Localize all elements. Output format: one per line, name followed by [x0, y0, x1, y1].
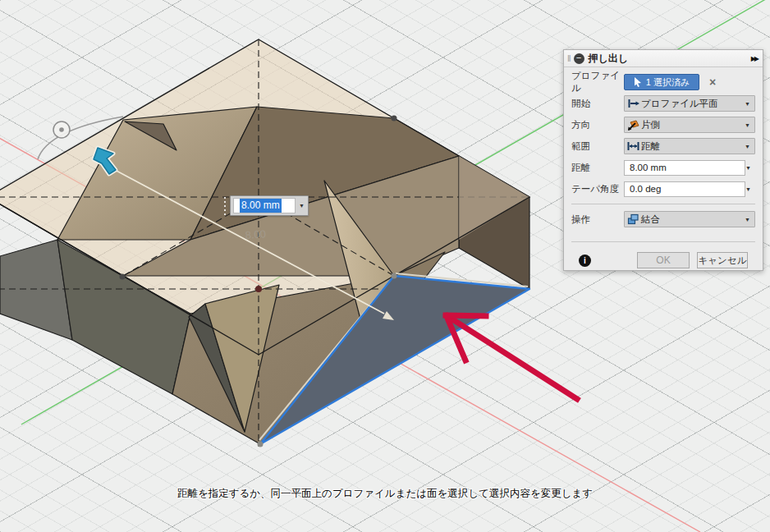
cancel-button[interactable]: キャンセル [697, 252, 748, 268]
row-start: 開始 プロファイル平面 ▼ [571, 93, 755, 114]
start-dropdown[interactable]: プロファイル平面 ▼ [624, 95, 755, 112]
chevron-down-icon: ▼ [745, 217, 750, 222]
row-taper-angle: テーパ角度 0.0 deg ▼ [571, 178, 755, 200]
row-operation: 操作 結合 ▼ [571, 209, 755, 230]
row-extent: 範囲 距離 ▼ [571, 135, 755, 157]
separator [571, 241, 755, 242]
profile-selection-count: 1 選択済み [646, 76, 690, 89]
chevron-down-icon: ▼ [745, 144, 750, 149]
input-notch [234, 199, 240, 213]
taper-dropdown-arrow-icon[interactable]: ▼ [745, 186, 751, 192]
drag-grip-icon[interactable]: ‖ [567, 53, 571, 63]
rotate-handle-dot [59, 127, 64, 132]
dimension-input[interactable]: 8.00 mm [233, 198, 296, 213]
cursor-icon [634, 77, 643, 87]
expand-chevrons-icon[interactable]: ▶▶ [751, 55, 758, 62]
annotation-arrow [446, 315, 577, 399]
dimension-value-selected[interactable]: 8.00 mm [240, 199, 282, 213]
join-icon [625, 213, 641, 225]
dimension-label: 8.00 [245, 227, 266, 241]
chevron-down-icon: ▼ [745, 122, 750, 128]
field-label: 方向 [571, 119, 624, 131]
operation-dropdown[interactable]: 結合 ▼ [624, 211, 755, 227]
chevron-down-icon: ▼ [745, 101, 750, 107]
row-profile: プロファイル 1 選択済み × [571, 71, 755, 93]
taper-angle-input[interactable]: 0.0 deg [624, 181, 745, 197]
info-icon[interactable]: i [579, 255, 591, 267]
field-label: 距離 [571, 162, 624, 174]
profile-selection-chip[interactable]: 1 選択済み [624, 74, 699, 90]
distance-icon [625, 141, 641, 151]
clear-selection-icon[interactable]: × [709, 76, 716, 88]
field-label: テーパ角度 [571, 183, 624, 195]
field-label: プロファイル [571, 70, 624, 94]
direction-dropdown[interactable]: 片側 ▼ [624, 117, 755, 133]
direction-value: 片側 [641, 119, 660, 131]
separator [571, 204, 755, 204]
dialog-footer: i OK キャンセル [571, 246, 755, 274]
dialog-title: 押し出し [589, 52, 629, 66]
field-label: 開始 [571, 98, 624, 110]
row-direction: 方向 片側 ▼ [571, 114, 755, 135]
ok-button[interactable]: OK [637, 252, 690, 268]
start-value: プロファイル平面 [641, 98, 718, 110]
distance-input[interactable]: 8.00 mm [624, 160, 745, 176]
dimension-dropdown-arrow-icon[interactable]: ▼ [296, 203, 308, 209]
field-label: 範囲 [571, 140, 624, 153]
collapse-icon[interactable]: − [574, 53, 584, 64]
input-caret-area [282, 199, 295, 213]
operation-value: 結合 [641, 213, 660, 226]
dimension-input-box[interactable]: 8.00 mm ▼ [230, 195, 309, 216]
extrude-dialog: ‖ − 押し出し ▶▶ プロファイル 1 選択済み × 開始 [563, 49, 763, 271]
status-prompt: 距離を指定するか、同一平面上のプロファイルまたは面を選択して選択内容を変更します [177, 487, 593, 501]
row-distance: 距離 8.00 mm ▼ [571, 157, 755, 178]
profile-plane-icon [625, 99, 641, 108]
one-side-icon [625, 119, 641, 131]
distance-dropdown-arrow-icon[interactable]: ▼ [745, 165, 751, 171]
extent-value: 距離 [641, 140, 660, 153]
field-label: 操作 [571, 213, 624, 226]
dialog-title-bar[interactable]: ‖ − 押し出し ▶▶ [564, 50, 763, 67]
extent-dropdown[interactable]: 距離 ▼ [624, 138, 755, 154]
